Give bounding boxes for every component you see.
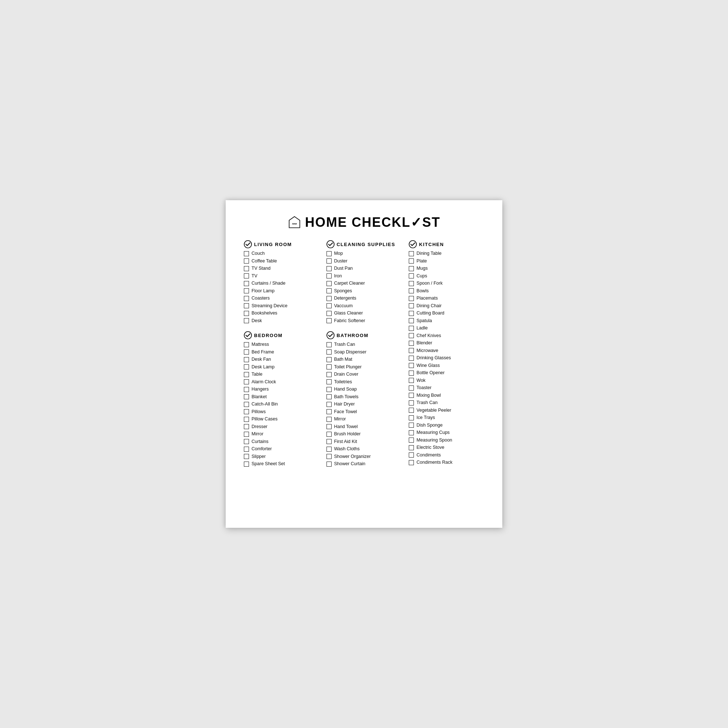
page-title: HOME CHECKL✓ST	[305, 215, 440, 230]
item-label: Mugs	[416, 265, 428, 272]
checkbox-3[interactable]	[327, 273, 332, 278]
checkbox-8[interactable]	[409, 311, 414, 316]
home-icon: new	[288, 216, 301, 229]
checkbox-0[interactable]	[244, 251, 249, 256]
checkbox-7[interactable]	[327, 303, 332, 308]
checkbox-5[interactable]	[327, 379, 332, 384]
checkbox-6[interactable]	[327, 296, 332, 301]
checkbox-1[interactable]	[327, 349, 332, 355]
list-item: Bath Mat	[327, 356, 402, 363]
checkbox-13[interactable]	[327, 439, 332, 444]
checkbox-9[interactable]	[327, 409, 332, 414]
checkbox-3[interactable]	[409, 273, 414, 278]
checkbox-11[interactable]	[409, 333, 414, 338]
checkbox-11[interactable]	[327, 424, 332, 429]
checkbox-27[interactable]	[409, 453, 414, 457]
checkbox-7[interactable]	[244, 303, 249, 308]
checkbox-1[interactable]	[244, 258, 249, 263]
checkbox-5[interactable]	[244, 288, 249, 294]
checkbox-6[interactable]	[244, 296, 249, 301]
checkbox-6[interactable]	[244, 387, 249, 392]
list-item: Curtains / Shade	[244, 280, 319, 287]
checkbox-5[interactable]	[244, 379, 249, 384]
checkbox-4[interactable]	[327, 281, 332, 286]
checkbox-0[interactable]	[327, 251, 332, 256]
checkbox-9[interactable]	[327, 318, 332, 323]
checkbox-10[interactable]	[327, 417, 332, 422]
checkbox-4[interactable]	[244, 372, 249, 377]
checkbox-0[interactable]	[327, 342, 332, 347]
checkbox-28[interactable]	[409, 460, 414, 465]
checkbox-5[interactable]	[327, 288, 332, 294]
checkbox-24[interactable]	[409, 430, 414, 435]
checkbox-14[interactable]	[327, 447, 332, 452]
item-label: Blender	[416, 340, 432, 347]
checkbox-6[interactable]	[327, 387, 332, 392]
item-label: Comforter	[252, 446, 272, 453]
checkbox-1[interactable]	[409, 258, 414, 263]
checkbox-12[interactable]	[244, 432, 249, 437]
checkbox-10[interactable]	[244, 417, 249, 422]
list-item: Drain Cover	[327, 371, 402, 378]
checkbox-0[interactable]	[409, 251, 414, 256]
checkbox-0[interactable]	[244, 342, 249, 347]
checkbox-13[interactable]	[244, 439, 249, 444]
checkbox-7[interactable]	[244, 394, 249, 399]
list-item: Spatula	[409, 318, 484, 324]
checkbox-4[interactable]	[409, 281, 414, 286]
checkbox-2[interactable]	[327, 266, 332, 271]
checkbox-12[interactable]	[409, 341, 414, 346]
checkbox-15[interactable]	[409, 363, 414, 368]
item-label: Fabric Softener	[334, 318, 365, 324]
checkbox-1[interactable]	[327, 258, 332, 263]
checkbox-3[interactable]	[244, 273, 249, 278]
cleaning-list: Mop Duster Dust Pan Iron Carpet Cleaner …	[327, 251, 402, 324]
checkbox-2[interactable]	[244, 266, 249, 271]
checkbox-15[interactable]	[244, 454, 249, 459]
list-item: Couch	[244, 251, 319, 257]
checkbox-8[interactable]	[327, 402, 332, 407]
checkbox-2[interactable]	[244, 357, 249, 362]
checkbox-11[interactable]	[244, 424, 249, 429]
column-2: CLEANING SUPPLIES Mop Duster Dust Pan Ir…	[327, 240, 402, 475]
checkbox-13[interactable]	[409, 348, 414, 353]
item-label: Wine Glass	[416, 362, 440, 369]
checkbox-7[interactable]	[409, 303, 414, 308]
checkbox-4[interactable]	[327, 372, 332, 377]
checkbox-9[interactable]	[244, 409, 249, 414]
checkbox-10[interactable]	[409, 326, 414, 331]
checkbox-2[interactable]	[409, 266, 414, 271]
checkbox-9[interactable]	[244, 318, 249, 323]
checkbox-1[interactable]	[244, 349, 249, 355]
checkbox-4[interactable]	[244, 281, 249, 286]
checkbox-8[interactable]	[244, 402, 249, 407]
list-item: Vaccuum	[327, 303, 402, 309]
list-item: Mugs	[409, 265, 484, 272]
checkbox-25[interactable]	[409, 437, 414, 443]
checkbox-16[interactable]	[409, 370, 414, 376]
checkbox-15[interactable]	[327, 454, 332, 459]
checkbox-8[interactable]	[244, 311, 249, 316]
checkbox-2[interactable]	[327, 357, 332, 362]
checkbox-22[interactable]	[409, 415, 414, 421]
checkbox-14[interactable]	[409, 356, 414, 361]
checkbox-16[interactable]	[244, 462, 249, 466]
checkbox-8[interactable]	[327, 311, 332, 316]
checkbox-17[interactable]	[409, 378, 414, 383]
checkbox-18[interactable]	[409, 385, 414, 391]
checkbox-9[interactable]	[409, 318, 414, 323]
list-item: Cutting Board	[409, 310, 484, 317]
checkbox-5[interactable]	[409, 288, 414, 294]
checkbox-3[interactable]	[244, 364, 249, 369]
checkbox-6[interactable]	[409, 296, 414, 301]
checkbox-19[interactable]	[409, 393, 414, 398]
checkbox-16[interactable]	[327, 462, 332, 466]
checkbox-7[interactable]	[327, 394, 332, 399]
checkbox-20[interactable]	[409, 401, 414, 405]
checkbox-12[interactable]	[327, 432, 332, 437]
checkbox-21[interactable]	[409, 408, 414, 413]
checkbox-3[interactable]	[327, 364, 332, 369]
checkbox-23[interactable]	[409, 423, 414, 428]
checkbox-26[interactable]	[409, 445, 414, 450]
checkbox-14[interactable]	[244, 447, 249, 452]
